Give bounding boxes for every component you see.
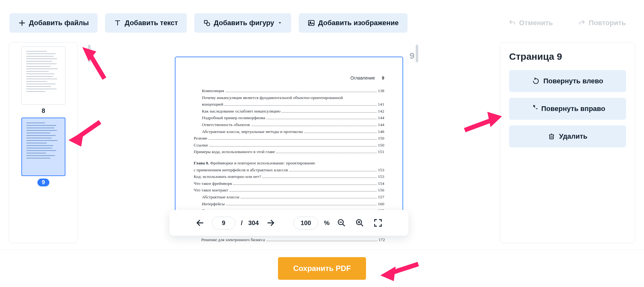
- thumbnail-page-9[interactable]: [21, 118, 65, 176]
- svg-rect-17: [550, 135, 553, 139]
- toc-row: Что такое фреймворк154: [194, 180, 384, 187]
- redo-label: Повторить: [589, 19, 626, 27]
- thumbnail-page-8[interactable]: [21, 46, 65, 105]
- page-header-label: Оглавление: [350, 75, 375, 80]
- right-panel-title: Страница 9: [509, 51, 626, 62]
- toc-row: Абстрактные классы, виртуальные методы и…: [194, 128, 384, 135]
- add-text-button[interactable]: Добавить текст: [105, 13, 186, 33]
- add-image-button[interactable]: Добавить изображение: [299, 13, 408, 33]
- rotate-right-button[interactable]: Повернуть вправо: [509, 98, 626, 120]
- toc-title: Абстрактные классы: [202, 194, 239, 201]
- pager: 9 / 304 100 %: [169, 210, 408, 236]
- toc-page: 138: [378, 87, 384, 94]
- undo-label: Отменить: [519, 19, 553, 27]
- save-pdf-button[interactable]: Сохранить PDF: [278, 257, 366, 280]
- add-shape-label: Добавить фигуру: [214, 19, 274, 27]
- toc-page: 157: [378, 194, 384, 201]
- rotate-right-label: Повернуть вправо: [541, 105, 605, 113]
- toc-page: 160: [378, 201, 384, 207]
- toc-title: Что такое контракт: [194, 187, 228, 194]
- toc-row: Код: использовать повторно или нет?153: [194, 173, 384, 180]
- page-number-float: 9: [409, 51, 414, 61]
- chevron-down-icon: [277, 19, 282, 27]
- svg-point-5: [207, 23, 210, 26]
- delete-button[interactable]: Удалить: [509, 125, 626, 147]
- undo-icon: [508, 19, 516, 27]
- toc-row: Резюме150: [194, 135, 384, 142]
- toc-row: Композиция138: [194, 87, 384, 94]
- total-pages: 304: [248, 219, 259, 227]
- zoom-out-button[interactable]: [335, 217, 348, 229]
- toc-page: 150: [378, 142, 384, 149]
- prev-page-button[interactable]: [194, 217, 206, 229]
- toc-row: концепцией141: [194, 101, 384, 108]
- toc-title: Абстрактные классы, виртуальные методы и…: [202, 128, 303, 135]
- toc-page: 144: [378, 114, 384, 121]
- toc-title: Подробный пример полиморфизма: [202, 114, 265, 121]
- toc-chapter: Глава 8. Фреймворки и повторное использо…: [194, 160, 384, 173]
- toc-title: Композиция: [202, 87, 224, 94]
- toc-title: Как наследование ослабляет инкапсуляцию: [202, 108, 280, 115]
- add-shape-button[interactable]: Добавить фигуру: [194, 13, 291, 33]
- svg-point-7: [310, 22, 311, 23]
- toc-page: 141: [378, 101, 384, 108]
- toc-page: 148: [378, 128, 384, 135]
- toolbar: Добавить файлы Добавить текст Добавить ф…: [0, 0, 644, 42]
- toc-title: Код: использовать повторно или нет?: [194, 173, 261, 180]
- zoom-input[interactable]: 100: [293, 217, 318, 229]
- toc-row: Ответственность объектов144: [194, 121, 384, 128]
- toc-row: Примеры кода, использованного в этой гла…: [194, 148, 384, 155]
- scroll-handle-right[interactable]: [416, 45, 418, 62]
- add-files-label: Добавить файлы: [29, 19, 89, 27]
- toc-title: Интерфейсы: [202, 201, 225, 207]
- add-image-label: Добавить изображение: [318, 19, 399, 27]
- undo-button[interactable]: Отменить: [500, 13, 562, 33]
- delete-label: Удалить: [559, 132, 587, 141]
- thumbnail-9: 9: [20, 118, 66, 186]
- toc-page: 154: [378, 180, 384, 187]
- page-sep: /: [241, 219, 243, 227]
- page-frame[interactable]: Оглавление 9 Композиция138Почему инкапсу…: [175, 57, 403, 231]
- page-viewer: 9 Оглавление 9 Композиция138Почему инкап…: [91, 42, 487, 243]
- chapter-page: 153: [378, 167, 384, 174]
- toc-page: 150: [378, 135, 384, 142]
- toc-title: Ссылки: [194, 142, 208, 149]
- toc-page: 156: [378, 187, 384, 194]
- toc-page: 172: [379, 236, 385, 243]
- page-header: Оглавление 9: [194, 75, 384, 80]
- toc-title: Резюме: [194, 135, 207, 142]
- toc-row: Интерфейсы160: [194, 201, 384, 207]
- add-files-button[interactable]: Добавить файлы: [9, 13, 97, 33]
- toc-row: Что такое контракт156: [194, 187, 384, 194]
- rotate-left-label: Повернуть влево: [543, 77, 603, 85]
- right-panel: Страница 9 Повернуть влево Повернуть впр…: [500, 42, 635, 243]
- shape-icon: [203, 19, 211, 27]
- toc-page: 151: [378, 148, 384, 155]
- toc-row: Решение для электронного бизнеса172: [193, 236, 385, 243]
- toc-title: Примеры кода, использованного в этой гла…: [194, 148, 275, 155]
- page-header-number: 9: [382, 75, 384, 80]
- toc-row: Абстрактные классы157: [194, 194, 384, 201]
- thumbnail-label-9: 9: [37, 179, 49, 186]
- next-page-button[interactable]: [264, 217, 277, 229]
- fullscreen-button[interactable]: [372, 217, 384, 229]
- toc-row: Подробный пример полиморфизма144: [194, 114, 384, 121]
- svg-line-14: [361, 224, 363, 226]
- toc-row: Как наследование ослабляет инкапсуляцию1…: [194, 108, 384, 115]
- svg-rect-4: [204, 20, 207, 23]
- rotate-left-button[interactable]: Повернуть влево: [509, 70, 626, 92]
- save-pdf-label: Сохранить PDF: [293, 264, 351, 273]
- toc-title: Ответственность объектов: [202, 121, 250, 128]
- chapter-line1: Фреймворки и повторное использование: пр…: [210, 161, 315, 165]
- image-icon: [308, 19, 315, 27]
- chapter-prefix: Глава 8.: [194, 161, 209, 165]
- redo-icon: [578, 19, 586, 27]
- redo-button[interactable]: Повторить: [569, 13, 635, 33]
- toc-page: 144: [378, 121, 384, 128]
- text-icon: [114, 19, 121, 27]
- zoom-in-button[interactable]: [353, 217, 366, 229]
- thumbnail-label-8: 8: [42, 107, 45, 114]
- current-page-input[interactable]: 9: [212, 217, 235, 229]
- scroll-handle-left[interactable]: [88, 45, 91, 62]
- toc-row: Почему инкапсуляция является фундаментал…: [194, 94, 384, 101]
